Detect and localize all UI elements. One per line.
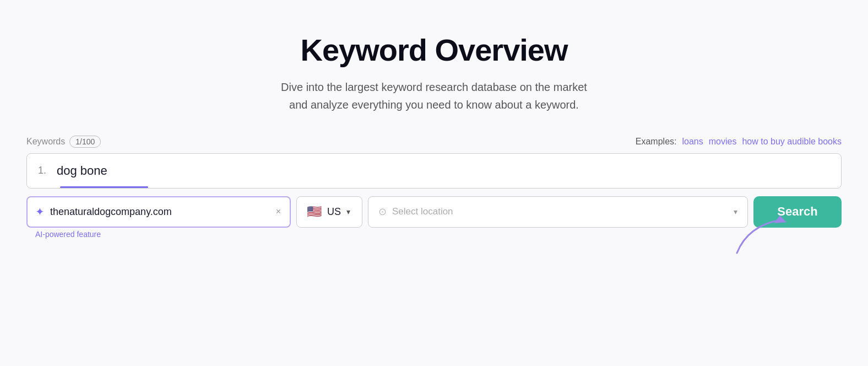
keywords-label-group: Keywords 1/100 <box>26 136 101 148</box>
domain-clear-button[interactable]: × <box>275 206 282 218</box>
keyword-input[interactable] <box>57 154 830 188</box>
ai-powered-label: AI-powered feature <box>35 230 101 239</box>
location-placeholder: Select location <box>392 206 453 217</box>
sparkle-icon: ✦ <box>35 205 45 218</box>
domain-input-wrapper: ✦ × AI-powered feature <box>26 196 291 228</box>
page-subtitle: Dive into the largest keyword research d… <box>281 78 587 114</box>
examples-group: Examples: loans movies how to buy audibl… <box>636 137 842 147</box>
page-title: Keyword Overview <box>281 33 587 67</box>
search-button[interactable]: Search <box>753 196 842 228</box>
keyword-underline <box>60 186 148 188</box>
flag-icon: 🇺🇸 <box>307 204 322 219</box>
location-chevron-icon: ▾ <box>734 207 737 216</box>
example-link-movies[interactable]: movies <box>709 137 737 147</box>
keywords-row: Keywords 1/100 Examples: loans movies ho… <box>26 136 842 148</box>
keyword-number: 1. <box>38 165 49 176</box>
location-selector[interactable]: ⊙ Select location ▾ <box>368 196 748 228</box>
bottom-row: ✦ × AI-powered feature 🇺🇸 US ▾ ⊙ Select … <box>26 196 842 228</box>
hero-section: Keyword Overview Dive into the largest k… <box>281 33 587 114</box>
domain-input[interactable] <box>50 197 269 227</box>
country-selector[interactable]: 🇺🇸 US ▾ <box>296 196 362 228</box>
keywords-badge: 1/100 <box>69 136 101 148</box>
location-pin-icon: ⊙ <box>378 206 387 218</box>
examples-label: Examples: <box>636 137 677 147</box>
country-chevron-icon: ▾ <box>346 207 350 216</box>
example-link-audible[interactable]: how to buy audible books <box>742 137 842 147</box>
example-link-loans[interactable]: loans <box>682 137 703 147</box>
country-label: US <box>327 206 341 218</box>
keywords-label: Keywords <box>26 137 65 147</box>
keyword-input-wrapper: 1. <box>26 153 842 189</box>
search-section: Keywords 1/100 Examples: loans movies ho… <box>26 136 842 228</box>
